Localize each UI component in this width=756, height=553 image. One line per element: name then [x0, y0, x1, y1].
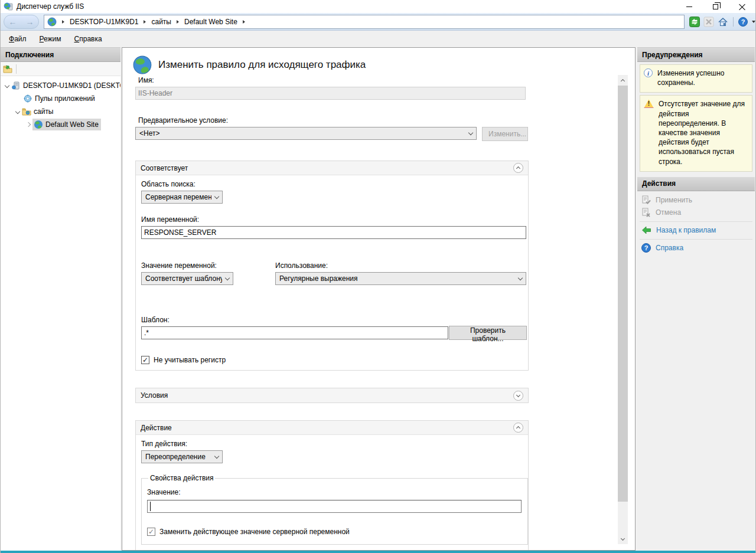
- action-type-select[interactable]: Переопределение: [141, 450, 223, 463]
- page-title: Изменить правило для исходящего трафика: [158, 59, 366, 71]
- variable-name-label: Имя переменной:: [141, 215, 528, 224]
- minimize-button[interactable]: [676, 0, 702, 13]
- breadcrumb-sites[interactable]: сайты: [151, 18, 171, 26]
- ignore-case-label: Не учитывать регистр: [154, 356, 226, 364]
- back-to-rules-label[interactable]: Назад к правилам: [656, 226, 716, 234]
- help-link[interactable]: ? Справка: [637, 242, 755, 254]
- breadcrumb-separator-icon: [243, 20, 245, 24]
- scrollbar-thumb[interactable]: [618, 86, 628, 502]
- stop-icon: [703, 17, 714, 27]
- maximize-icon: [713, 4, 718, 9]
- toolbar-separator: [733, 17, 734, 27]
- back-button[interactable]: ←: [9, 18, 17, 26]
- action-section: Действие Тип действия: Переопределение С…: [135, 420, 529, 551]
- collapse-icon[interactable]: [513, 423, 523, 433]
- forward-button[interactable]: →: [26, 18, 34, 26]
- connections-header: Подключения: [1, 48, 120, 62]
- tree-item-sites[interactable]: сайты: [1, 105, 120, 118]
- selected-tree-item[interactable]: Default Web Site: [32, 119, 101, 130]
- close-button[interactable]: [729, 0, 755, 13]
- home-icon[interactable]: [718, 17, 728, 27]
- menu-view[interactable]: Режим: [40, 35, 61, 43]
- collapse-icon[interactable]: [513, 163, 523, 173]
- breadcrumb-separator-icon: [62, 20, 64, 24]
- cancel-action: Отмена: [637, 207, 755, 219]
- tree-item-default-web-site[interactable]: Default Web Site: [1, 118, 120, 131]
- precondition-select[interactable]: <Нет>: [135, 127, 477, 140]
- apply-action: Применить: [637, 194, 755, 207]
- window-title: Диспетчер служб IIS: [17, 2, 84, 11]
- action-properties-title: Свойства действия: [148, 474, 215, 482]
- expander-down-icon[interactable]: [14, 110, 22, 113]
- tree-label-app-pools: Пулы приложений: [35, 94, 95, 103]
- help-label[interactable]: Справка: [656, 244, 683, 252]
- precondition-label: Предварительное условие:: [138, 116, 529, 125]
- refresh-icon[interactable]: [689, 17, 700, 27]
- variable-name-field[interactable]: [141, 226, 526, 239]
- action-value-field[interactable]: [147, 500, 522, 513]
- pattern-label: Шаблон:: [141, 316, 528, 324]
- connections-panel: Подключения DESKTOP-U1MK9D1 (DESKTOI Пул…: [1, 47, 120, 551]
- iis-manager-window: Диспетчер служб IIS ← → DESKTOP-U1MK9D1 …: [0, 0, 756, 553]
- tree-label-default-web-site: Default Web Site: [45, 120, 99, 129]
- tree-label-sites: сайты: [34, 107, 54, 116]
- expander-down-icon[interactable]: [3, 84, 11, 87]
- save-connection-icon[interactable]: [3, 64, 12, 74]
- test-pattern-button[interactable]: Проверить шаблон...: [449, 326, 527, 340]
- vertical-scrollbar[interactable]: [618, 75, 628, 544]
- expander-right-icon[interactable]: [24, 123, 32, 126]
- window-bottom-edge: [1, 551, 755, 553]
- scroll-up-button[interactable]: [618, 75, 628, 85]
- using-select[interactable]: Регулярные выражения: [275, 272, 526, 285]
- app-pools-icon: [23, 94, 32, 103]
- actions-separator: [640, 239, 752, 240]
- alert-warning-text: Отсутствует значение для действия переоп…: [659, 99, 748, 166]
- connections-tree: DESKTOP-U1MK9D1 (DESKTOI Пулы приложений…: [1, 76, 120, 131]
- breadcrumb[interactable]: DESKTOP-U1MK9D1 сайты Default Web Site: [44, 15, 685, 29]
- scope-label: Область поиска:: [141, 180, 528, 188]
- ignore-case-checkbox[interactable]: ✓: [141, 356, 149, 364]
- replace-value-label: Заменить действующее значение серверной …: [159, 528, 350, 536]
- tree-item-app-pools[interactable]: Пулы приложений: [1, 92, 120, 105]
- toolbar-separator: [16, 64, 17, 74]
- right-panel: Предупреждения i Изменения успешно сохра…: [637, 47, 755, 551]
- breadcrumb-default-web-site[interactable]: Default Web Site: [184, 18, 237, 26]
- breadcrumb-separator-icon: [144, 20, 146, 24]
- scroll-down-button[interactable]: [618, 534, 628, 544]
- scope-select[interactable]: Серверная переменн: [141, 191, 223, 204]
- action-properties-group: Свойства действия Значение: ✓ Заменить д…: [141, 474, 528, 545]
- server-icon: [11, 81, 21, 90]
- maximize-button[interactable]: [702, 0, 729, 13]
- help-icon[interactable]: ?: [738, 17, 748, 27]
- edit-outbound-rule-page: Изменить правило для исходящего трафика …: [122, 47, 636, 551]
- breadcrumb-separator-icon: [177, 20, 179, 24]
- help-dropdown-icon[interactable]: [752, 21, 755, 23]
- title-bar: Диспетчер служб IIS: [1, 0, 755, 13]
- action-section-header[interactable]: Действие: [136, 421, 528, 435]
- actions-header: Действия: [637, 177, 755, 191]
- match-section-header[interactable]: Соответствует: [136, 161, 528, 175]
- menu-file[interactable]: Файл: [9, 35, 27, 43]
- menu-bar: Файл Режим Справка: [1, 31, 755, 47]
- text-caret: [150, 502, 151, 511]
- conditions-section-header[interactable]: Условия: [136, 388, 528, 403]
- back-to-rules-link[interactable]: Назад к правилам: [637, 224, 755, 237]
- tree-item-server[interactable]: DESKTOP-U1MK9D1 (DESKTOI: [1, 79, 120, 92]
- edit-precondition-button: Изменить...: [482, 127, 528, 141]
- pattern-field[interactable]: [141, 326, 448, 339]
- chevron-down-icon: [468, 130, 473, 135]
- variable-value-value: Соответствует шаблону: [145, 274, 222, 283]
- expand-icon[interactable]: [513, 391, 523, 401]
- replace-value-checkbox[interactable]: ✓: [147, 528, 155, 536]
- connections-toolbar: [1, 62, 120, 76]
- globe-icon: [47, 17, 57, 27]
- variable-value-select[interactable]: Соответствует шаблону: [141, 272, 233, 285]
- menu-help[interactable]: Справка: [74, 35, 102, 43]
- back-arrow-icon: [641, 225, 651, 235]
- using-label: Использование:: [275, 261, 526, 270]
- breadcrumb-server[interactable]: DESKTOP-U1MK9D1: [70, 18, 138, 26]
- action-type-value: Переопределение: [145, 453, 211, 461]
- page-globe-icon: [132, 55, 152, 75]
- using-value: Регулярные выражения: [279, 274, 515, 283]
- conditions-section-title: Условия: [141, 391, 513, 400]
